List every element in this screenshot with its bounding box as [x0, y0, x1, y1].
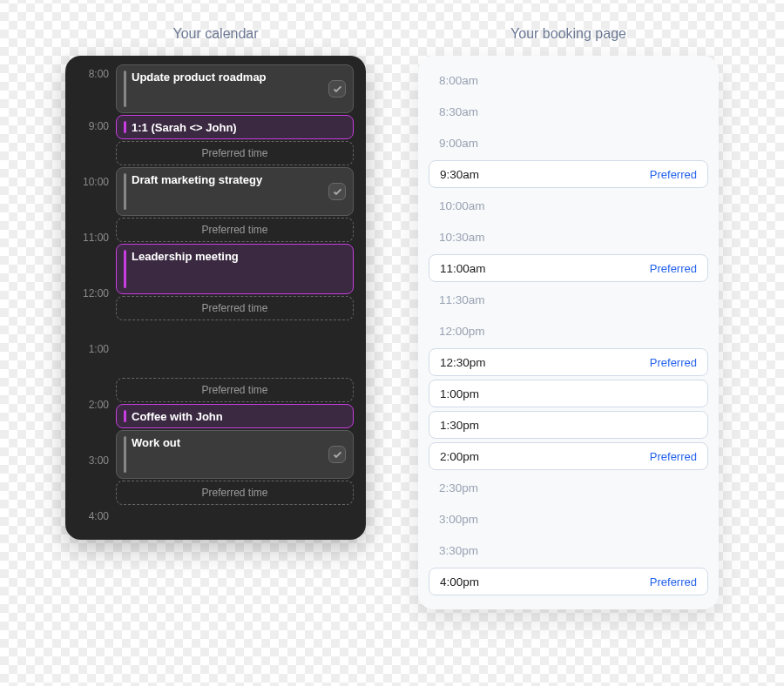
booking-slot[interactable]: 4:00pmPreferred: [429, 568, 708, 595]
preferred-tag: Preferred: [650, 262, 697, 275]
booking-slot[interactable]: 11:00amPreferred: [429, 254, 708, 282]
booking-slot[interactable]: 12:30pmPreferred: [429, 348, 708, 376]
booking-slot: 2:30pm: [429, 474, 708, 501]
slot-time: 1:00pm: [440, 387, 479, 400]
events-area: Update product roadmap 1:1 (Sarah <> Joh…: [116, 64, 354, 528]
preferred-tag: Preferred: [650, 450, 697, 463]
preferred-tag: Preferred: [650, 168, 697, 181]
hour-label: 2:00: [78, 399, 116, 454]
slot-time: 10:00am: [439, 199, 485, 212]
slot-time: 1:30pm: [440, 419, 479, 432]
booking-slot: 3:30pm: [429, 536, 708, 564]
hour-label: 1:00: [78, 343, 116, 399]
event-accent: [124, 410, 126, 422]
preferred-time-slot[interactable]: Preferred time: [116, 378, 354, 402]
checkmark-icon: [328, 80, 346, 98]
event-accent: [124, 250, 126, 288]
preferred-time-slot[interactable]: Preferred time: [116, 218, 354, 242]
hour-label: 9:00: [78, 120, 116, 176]
event-accent: [124, 71, 126, 107]
hour-label: 4:00: [78, 510, 116, 528]
time-axis: 8:00 9:00 10:00 11:00 12:00 1:00 2:00 3:…: [78, 64, 116, 528]
booking-slot: 11:30am: [429, 286, 708, 313]
slot-time: 11:30am: [439, 293, 485, 306]
booking-slot: 9:00am: [429, 129, 708, 157]
booking-slot[interactable]: 9:30amPreferred: [429, 160, 708, 188]
event-title: Update product roadmap: [132, 71, 267, 84]
hour-label: 12:00: [78, 287, 116, 343]
slot-time: 12:30pm: [440, 356, 486, 369]
slot-time: 4:00pm: [440, 575, 479, 588]
booking-slot: 8:30am: [429, 98, 708, 125]
calendar-panel: 8:00 9:00 10:00 11:00 12:00 1:00 2:00 3:…: [65, 56, 366, 540]
slot-time: 2:30pm: [439, 481, 478, 494]
slot-time: 2:00pm: [440, 450, 479, 463]
event-draft-marketing[interactable]: Draft marketing strategy: [116, 167, 354, 216]
preferred-time-slot[interactable]: Preferred time: [116, 481, 354, 505]
slot-time: 9:00am: [439, 137, 478, 150]
slot-time: 3:30pm: [439, 544, 478, 557]
preferred-time-slot[interactable]: Preferred time: [116, 141, 354, 165]
booking-title: Your booking page: [418, 26, 719, 42]
checkmark-icon: [328, 183, 346, 200]
event-title: Leadership meeting: [132, 250, 239, 263]
hour-label: 10:00: [78, 176, 116, 232]
event-accent: [124, 173, 126, 210]
event-title: 1:1 (Sarah <> John): [132, 121, 237, 134]
slot-time: 8:00am: [439, 74, 478, 87]
checkmark-icon: [328, 446, 346, 463]
slot-time: 12:00pm: [439, 325, 485, 338]
slot-time: 8:30am: [439, 105, 478, 118]
slot-time: 3:00pm: [439, 513, 478, 526]
event-title: Coffee with John: [132, 410, 223, 423]
hour-label: 11:00: [78, 232, 116, 287]
event-work-out[interactable]: Work out: [116, 430, 354, 479]
booking-slot[interactable]: 1:00pm: [429, 380, 708, 407]
booking-slot[interactable]: 2:00pmPreferred: [429, 442, 708, 470]
calendar-title: Your calendar: [65, 26, 366, 42]
event-accent: [124, 436, 126, 473]
booking-slot: 10:30am: [429, 223, 708, 251]
event-update-roadmap[interactable]: Update product roadmap: [116, 64, 354, 113]
event-one-on-one[interactable]: 1:1 (Sarah <> John): [116, 115, 354, 139]
booking-slot: 8:00am: [429, 66, 708, 94]
booking-slot: 10:00am: [429, 192, 708, 219]
event-accent: [124, 121, 126, 133]
booking-slot: 12:00pm: [429, 317, 708, 345]
event-title: Work out: [132, 436, 180, 449]
empty-slot: [116, 322, 354, 378]
preferred-tag: Preferred: [650, 575, 697, 588]
preferred-tag: Preferred: [650, 356, 697, 369]
slot-time: 11:00am: [440, 262, 486, 275]
slot-time: 9:30am: [440, 168, 479, 181]
event-leadership-meeting[interactable]: Leadership meeting: [116, 244, 354, 294]
event-title: Draft marketing strategy: [132, 173, 262, 186]
booking-panel: 8:00am8:30am9:00am9:30amPreferred10:00am…: [418, 56, 719, 609]
booking-slot: 3:00pm: [429, 505, 708, 533]
slot-time: 10:30am: [439, 231, 485, 244]
booking-slot[interactable]: 1:30pm: [429, 411, 708, 439]
event-coffee[interactable]: Coffee with John: [116, 404, 354, 428]
hour-label: 8:00: [78, 64, 116, 120]
hour-label: 3:00: [78, 454, 116, 510]
preferred-time-slot[interactable]: Preferred time: [116, 296, 354, 320]
